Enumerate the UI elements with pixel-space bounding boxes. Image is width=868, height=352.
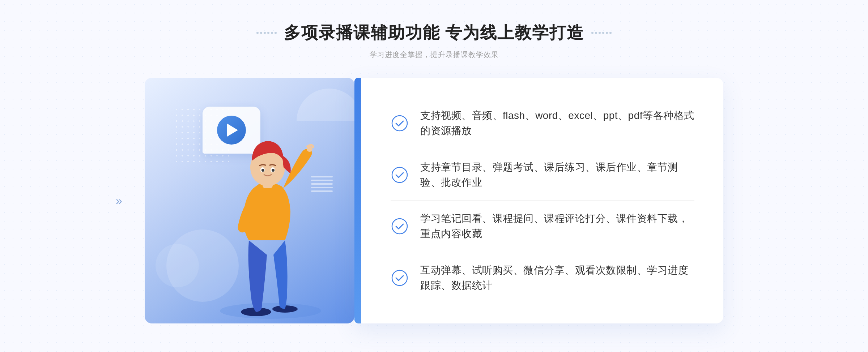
divider-3 — [391, 252, 694, 252]
right-feature-panel: 支持视频、音频、flash、word、excel、ppt、pdf等各种格式的资源… — [354, 78, 723, 323]
dot-r6 — [609, 32, 612, 34]
deco-circle-medium — [156, 244, 199, 287]
header-dots-left — [256, 32, 277, 34]
feature-text-3: 学习笔记回看、课程提问、课程评论打分、课件资料下载，重点内容收藏 — [420, 211, 694, 241]
svg-point-7 — [261, 169, 264, 172]
dot-r2 — [595, 32, 597, 34]
svg-point-8 — [272, 169, 275, 172]
header-title-row: 多项录播课辅助功能 专为线上教学打造 — [256, 22, 612, 44]
header-section: 多项录播课辅助功能 专为线上教学打造 学习进度全掌握，提升录播课教学效果 — [256, 22, 612, 60]
dot-r4 — [602, 32, 604, 34]
feature-item-3: 学习笔记回看、课程提问、课程评论打分、课件资料下载，重点内容收藏 — [391, 204, 694, 249]
check-circle-icon-1 — [391, 115, 408, 132]
illustration-card — [145, 78, 354, 323]
feature-item-2: 支持章节目录、弹题考试、课后练习、课后作业、章节测验、批改作业 — [391, 153, 694, 197]
dot-r1 — [591, 32, 593, 34]
character-svg — [213, 114, 336, 323]
feature-icon-2 — [391, 166, 409, 184]
check-circle-icon-2 — [391, 167, 408, 183]
dot-2 — [260, 32, 262, 34]
svg-point-11 — [392, 167, 407, 183]
svg-point-13 — [392, 270, 407, 286]
dot-r5 — [606, 32, 608, 34]
feature-item-1: 支持视频、音频、flash、word、excel、ppt、pdf等各种格式的资源… — [391, 101, 694, 146]
divider-2 — [391, 200, 694, 201]
feature-text-4: 互动弹幕、试听购买、微信分享、观看次数限制、学习进度跟踪、数据统计 — [420, 263, 694, 293]
content-area: » — [145, 78, 723, 323]
left-arrows-decoration: » — [116, 194, 122, 207]
feature-item-4: 互动弹幕、试听购买、微信分享、观看次数限制、学习进度跟踪、数据统计 — [391, 256, 694, 300]
page-subtitle: 学习进度全掌握，提升录播课教学效果 — [256, 50, 612, 60]
left-chevron-icon: » — [116, 194, 122, 207]
dot-r3 — [599, 32, 601, 34]
divider-1 — [391, 149, 694, 149]
feature-icon-1 — [391, 114, 409, 132]
dot-4 — [267, 32, 269, 34]
check-circle-icon-3 — [391, 218, 408, 235]
feature-text-1: 支持视频、音频、flash、word、excel、ppt、pdf等各种格式的资源… — [420, 108, 694, 138]
check-circle-icon-4 — [391, 270, 408, 286]
dot-1 — [256, 32, 259, 34]
page-container: 多项录播课辅助功能 专为线上教学打造 学习进度全掌握，提升录播课教学效果 » — [0, 0, 868, 352]
character-illustration — [213, 114, 336, 323]
feature-text-2: 支持章节目录、弹题考试、课后练习、课后作业、章节测验、批改作业 — [420, 160, 694, 190]
feature-icon-3 — [391, 217, 409, 235]
header-dots-right — [591, 32, 612, 34]
feature-icon-4 — [391, 269, 409, 287]
page-title: 多项录播课辅助功能 专为线上教学打造 — [284, 22, 584, 44]
svg-point-10 — [392, 116, 407, 131]
dot-5 — [271, 32, 273, 34]
dot-3 — [264, 32, 266, 34]
dot-6 — [275, 32, 277, 34]
svg-point-12 — [392, 219, 407, 234]
